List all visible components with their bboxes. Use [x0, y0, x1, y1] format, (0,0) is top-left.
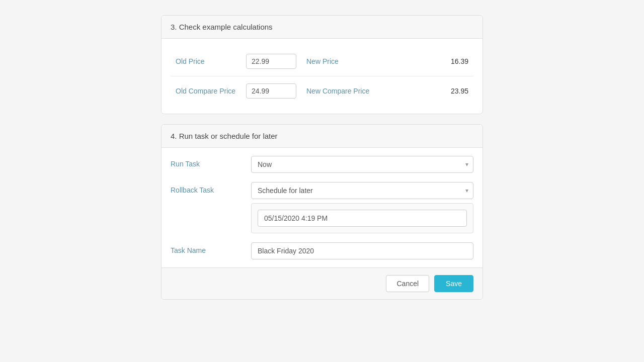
run-task-row: Run Task Now Schedule for later ▾	[171, 156, 473, 173]
save-button[interactable]: Save	[434, 275, 473, 292]
old-compare-price-input-cell	[241, 76, 301, 106]
task-name-label: Task Name	[171, 242, 251, 254]
old-compare-price-input[interactable]	[246, 83, 296, 99]
task-name-control	[251, 242, 473, 259]
cancel-button[interactable]: Cancel	[386, 275, 429, 292]
rollback-task-select-wrapper: Now Schedule for later ▾	[251, 182, 473, 199]
new-price-value: 16.39	[382, 47, 473, 76]
section3-header: 3. Check example calculations	[162, 16, 482, 39]
footer-bar: Cancel Save	[162, 267, 482, 299]
new-price-label: New Price	[301, 47, 382, 76]
new-compare-price-label: New Compare Price	[301, 76, 382, 106]
datetime-input[interactable]	[258, 210, 467, 227]
run-task-label: Run Task	[171, 156, 251, 168]
section4-body: Run Task Now Schedule for later ▾ Rollba…	[162, 148, 482, 267]
rollback-task-control: Now Schedule for later ▾	[251, 182, 473, 233]
table-row: Old Price New Price 16.39	[171, 47, 473, 76]
new-compare-price-value: 23.95	[382, 76, 473, 106]
run-task-select[interactable]: Now Schedule for later	[251, 156, 473, 173]
rollback-task-label: Rollback Task	[171, 182, 251, 194]
task-name-input[interactable]	[251, 242, 473, 259]
section4-header: 4. Run task or schedule for later	[162, 125, 482, 148]
rollback-task-row: Rollback Task Now Schedule for later ▾	[171, 182, 473, 233]
section3-body: Old Price New Price 16.39 Old Compare Pr…	[162, 39, 482, 114]
rollback-task-select[interactable]: Now Schedule for later	[251, 182, 473, 199]
run-task-select-wrapper: Now Schedule for later ▾	[251, 156, 473, 173]
table-row: Old Compare Price New Compare Price 23.9…	[171, 76, 473, 106]
run-task-control: Now Schedule for later ▾	[251, 156, 473, 173]
task-name-row: Task Name	[171, 242, 473, 259]
old-price-label: Old Price	[171, 47, 241, 76]
old-compare-price-label: Old Compare Price	[171, 76, 241, 106]
old-price-input-cell	[241, 47, 301, 76]
section4-card: 4. Run task or schedule for later Run Ta…	[161, 124, 483, 300]
section3-card: 3. Check example calculations Old Price …	[161, 15, 483, 114]
calc-table: Old Price New Price 16.39 Old Compare Pr…	[171, 47, 473, 106]
schedule-box	[251, 203, 473, 233]
page-container: 3. Check example calculations Old Price …	[161, 15, 483, 300]
old-price-input[interactable]	[246, 54, 296, 69]
